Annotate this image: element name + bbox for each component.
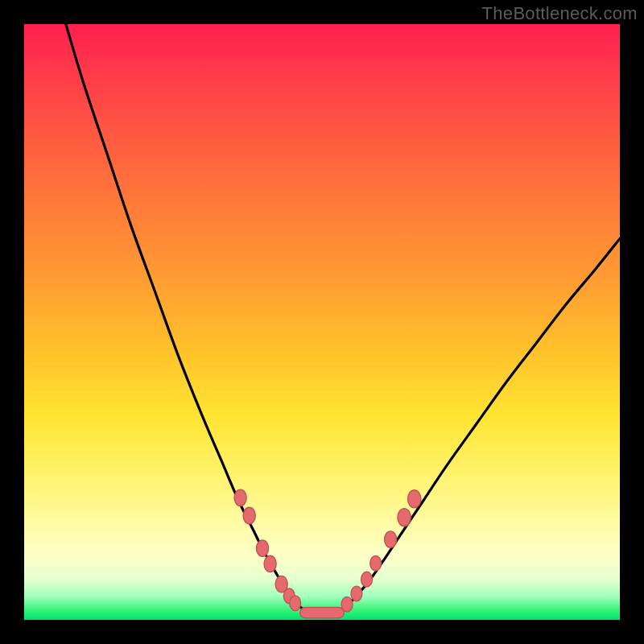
chart-frame: TheBottleneck.com bbox=[0, 0, 644, 644]
left-dot-0 bbox=[234, 489, 246, 506]
curve-right-curve bbox=[340, 238, 620, 610]
left-dot-1 bbox=[243, 507, 255, 523]
right-dot-5 bbox=[398, 509, 411, 526]
source-watermark: TheBottleneck.com bbox=[482, 3, 638, 24]
floor-band bbox=[300, 607, 345, 617]
right-dot-6 bbox=[408, 490, 421, 508]
left-dot-3 bbox=[264, 555, 276, 572]
left-dot-2 bbox=[256, 540, 268, 556]
right-dot-3 bbox=[370, 555, 382, 571]
right-dot-1 bbox=[351, 586, 362, 601]
right-dot-2 bbox=[361, 572, 373, 587]
left-dot-6 bbox=[290, 596, 301, 611]
right-dot-4 bbox=[385, 531, 397, 547]
plot-area bbox=[24, 24, 620, 620]
right-dot-0 bbox=[341, 597, 353, 612]
chart-svg bbox=[24, 24, 620, 620]
curve-left-curve bbox=[66, 24, 304, 610]
